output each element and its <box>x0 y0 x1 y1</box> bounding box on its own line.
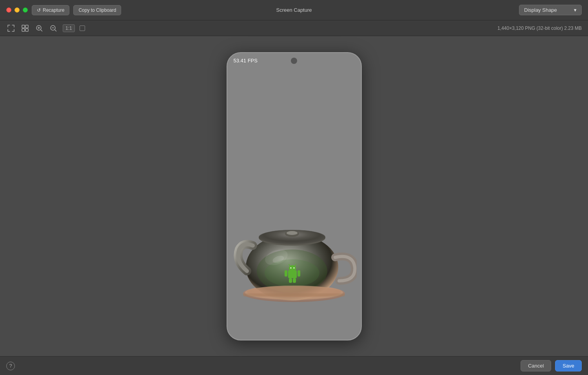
svg-rect-16 <box>289 278 292 283</box>
svg-rect-18 <box>285 270 287 277</box>
help-button[interactable]: ? <box>6 362 15 370</box>
svg-rect-17 <box>293 278 296 283</box>
phone-notch <box>291 58 297 64</box>
title-bar: ↺ Recapture Copy to Clipboard Screen Cap… <box>0 0 588 20</box>
svg-point-13 <box>294 267 295 268</box>
svg-rect-3 <box>25 29 28 31</box>
bottom-bar: ? Cancel Save <box>0 356 588 375</box>
maximize-button[interactable] <box>23 7 28 13</box>
fullscreen-icon[interactable] <box>6 24 16 33</box>
zoom-level: 1:1 <box>63 24 75 32</box>
display-shape-dropdown[interactable]: Display Shape ▾ <box>519 5 582 15</box>
grid-icon[interactable] <box>20 24 30 33</box>
save-button[interactable]: Save <box>555 360 582 371</box>
svg-rect-1 <box>25 25 28 28</box>
svg-rect-2 <box>22 29 25 31</box>
close-button[interactable] <box>6 7 11 13</box>
minimize-button[interactable] <box>15 7 20 13</box>
zoom-out-icon[interactable] <box>49 24 58 33</box>
chevron-down-icon: ▾ <box>574 7 577 13</box>
checkbox-icon[interactable] <box>80 25 85 31</box>
window-title: Screen Capture <box>276 7 312 13</box>
main-content: 53.41 FPS <box>0 36 588 356</box>
bottom-right-buttons: Cancel Save <box>521 360 582 371</box>
recapture-icon: ↺ <box>37 7 41 13</box>
recapture-button[interactable]: ↺ Recapture <box>32 5 69 15</box>
teapot-container <box>231 198 357 308</box>
copy-to-clipboard-button[interactable]: Copy to Clipboard <box>73 5 121 15</box>
cancel-button[interactable]: Cancel <box>521 360 551 371</box>
toolbar-row: 1:1 1,440×3,120 PNG (32-bit color) 2.23 … <box>0 20 588 36</box>
zoom-in-icon[interactable] <box>34 24 44 33</box>
svg-point-23 <box>287 231 298 235</box>
svg-rect-28 <box>243 293 345 297</box>
file-info: 1,440×3,120 PNG (32-bit color) 2.23 MB <box>497 25 582 31</box>
title-bar-right: Display Shape ▾ <box>519 5 582 15</box>
svg-rect-0 <box>22 25 25 28</box>
svg-point-12 <box>290 267 292 268</box>
phone-frame: 53.41 FPS <box>227 52 362 340</box>
teapot-svg <box>231 198 357 308</box>
toolbar-left-icons: 1:1 <box>6 24 85 33</box>
svg-rect-19 <box>298 270 300 277</box>
traffic-lights <box>6 7 28 13</box>
title-bar-left: ↺ Recapture Copy to Clipboard <box>6 5 121 15</box>
fps-label: 53.41 FPS <box>234 58 258 64</box>
